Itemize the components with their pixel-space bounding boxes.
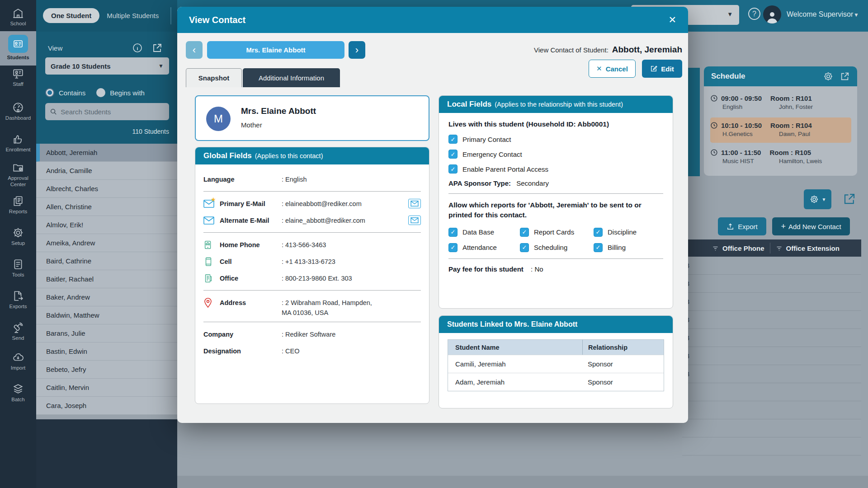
student-row[interactable]: Ameika, Andrew bbox=[36, 234, 177, 252]
cancel-button[interactable]: ✕ Cancel bbox=[589, 60, 636, 78]
student-row[interactable]: Allen, Christine bbox=[36, 198, 177, 216]
schedule-row[interactable]: 11:00 - 11:50Room : R105 Music HISTHamil… bbox=[710, 149, 851, 164]
begins-with-label: Begins with bbox=[110, 89, 145, 97]
sidebar-item-exports[interactable]: Exports bbox=[0, 290, 36, 310]
help-icon[interactable]: ? bbox=[748, 8, 760, 20]
setup-gear-icon bbox=[12, 227, 24, 239]
export-icon bbox=[726, 223, 734, 230]
sidebar-item-enrollment[interactable]: Enrollment bbox=[0, 133, 36, 153]
sidebar-item-dashboard[interactable]: Dashboard bbox=[0, 102, 36, 122]
student-row-selected[interactable]: Abbott, Jeremiah bbox=[36, 144, 177, 162]
primary-contact-checkbox-row[interactable]: Primary Contact bbox=[448, 135, 663, 144]
person-icon bbox=[765, 10, 779, 23]
alternate-email-icon bbox=[203, 216, 214, 225]
begins-with-radio[interactable] bbox=[96, 88, 105, 97]
send-email-button[interactable] bbox=[408, 199, 421, 208]
student-row[interactable]: Baitler, Rachael bbox=[36, 270, 177, 288]
student-row[interactable]: Bastin, Edwin bbox=[36, 343, 177, 361]
student-row[interactable]: Cara, Joseph bbox=[36, 397, 177, 415]
sidebar-item-setup[interactable]: Setup bbox=[0, 227, 36, 247]
welcome-caret-icon[interactable]: ▼ bbox=[854, 12, 859, 18]
student-row[interactable]: Albrecht, Charles bbox=[36, 180, 177, 198]
tab-additional-information[interactable]: Additional Information bbox=[243, 68, 340, 87]
tools-icon bbox=[12, 258, 24, 270]
checkbox-checked-icon[interactable] bbox=[448, 243, 458, 252]
checkbox-checked-icon[interactable] bbox=[448, 135, 458, 144]
schedule-row[interactable]: 09:00 - 09:50Room : R101 EnglishJohn, Fo… bbox=[710, 94, 851, 110]
student-count: 110 Students bbox=[45, 128, 169, 135]
sidebar-item-approval-center[interactable]: Approval Center bbox=[0, 162, 36, 188]
sidebar-item-batch[interactable]: Batch bbox=[0, 383, 36, 403]
checkbox-checked-icon[interactable] bbox=[448, 228, 458, 237]
student-row[interactable]: Almlov, Erik! bbox=[36, 216, 177, 234]
close-icon[interactable]: ✕ bbox=[668, 14, 676, 25]
user-avatar[interactable] bbox=[763, 5, 781, 23]
external-link-icon[interactable] bbox=[152, 42, 163, 53]
student-search bbox=[45, 103, 169, 120]
student-row[interactable]: Baird, Cathrine bbox=[36, 252, 177, 270]
student-row[interactable]: Bebeto, Jefry bbox=[36, 361, 177, 379]
office-extension-column-header[interactable]: Office Extension bbox=[776, 244, 840, 252]
checkbox-checked-icon[interactable] bbox=[448, 164, 458, 174]
send-email-button[interactable] bbox=[408, 216, 421, 225]
sidebar-item-import[interactable]: Import bbox=[0, 352, 36, 371]
view-select[interactable]: Grade 10 Students ▼ bbox=[45, 57, 169, 75]
contacts-external-link-icon[interactable] bbox=[843, 192, 856, 206]
attendance-checkbox-row[interactable]: Attendance bbox=[448, 243, 520, 252]
search-input[interactable] bbox=[61, 108, 165, 116]
student-row[interactable]: Caitlin, Mervin bbox=[36, 379, 177, 397]
schedule-gear-icon[interactable] bbox=[823, 71, 834, 82]
checkbox-checked-icon[interactable] bbox=[520, 243, 529, 252]
student-list: Abbott, Jeremiah Andria, Camille Albrech… bbox=[36, 144, 177, 415]
schedule-external-link-icon[interactable] bbox=[840, 71, 850, 81]
schedule-row-current[interactable]: 10:10 - 10:50Room : R104 H.GeneticsDawn,… bbox=[710, 122, 851, 137]
data-base-checkbox-row[interactable]: Data Base bbox=[448, 228, 520, 237]
export-button[interactable]: Export bbox=[718, 217, 766, 235]
cell-phone-icon bbox=[203, 257, 213, 267]
sidebar-item-students[interactable]: Students bbox=[0, 31, 36, 66]
sidebar-item-reports[interactable]: Reports bbox=[0, 195, 36, 215]
tab-snapshot[interactable]: Snapshot bbox=[186, 68, 242, 87]
add-new-contact-button[interactable]: + Add New Contact bbox=[772, 217, 850, 235]
student-row[interactable]: Baker, Andrew bbox=[36, 288, 177, 306]
modal-header: View Contact ✕ bbox=[177, 7, 688, 33]
students-linked-panel: Students Linked to Mrs. Elaine Abbott St… bbox=[439, 315, 673, 408]
next-contact-button[interactable]: › bbox=[349, 41, 365, 59]
sidebar-item-school[interactable]: School bbox=[0, 7, 36, 27]
student-row[interactable]: Barans, Julie bbox=[36, 324, 177, 343]
sidebar-item-send[interactable]: Send bbox=[0, 322, 36, 342]
one-student-toggle[interactable]: One Student bbox=[43, 8, 99, 23]
student-row[interactable]: Andria, Camille bbox=[36, 162, 177, 180]
info-icon[interactable] bbox=[132, 42, 143, 53]
bottom-strip bbox=[177, 476, 868, 488]
report-cards-checkbox-row[interactable]: Report Cards bbox=[520, 228, 594, 237]
enrollment-icon bbox=[12, 133, 24, 145]
checkbox-checked-icon[interactable] bbox=[448, 150, 458, 159]
table-settings-button[interactable]: ▼ bbox=[804, 189, 831, 209]
billing-checkbox-row[interactable]: Billing bbox=[594, 243, 663, 252]
relationship-column-header[interactable]: Relationship bbox=[582, 340, 664, 355]
previous-contact-button[interactable]: ‹ bbox=[186, 41, 203, 59]
sidebar-item-staff[interactable]: Staff bbox=[0, 68, 36, 88]
field-designation: Designation : CEO bbox=[203, 343, 421, 359]
linked-student-row[interactable]: Camili, Jeremiah Sponsor bbox=[448, 355, 664, 373]
contains-radio[interactable] bbox=[45, 88, 54, 97]
discipline-checkbox-row[interactable]: Discipline bbox=[594, 228, 663, 237]
emergency-contact-checkbox-row[interactable]: Emergency Contact bbox=[448, 150, 663, 159]
student-row[interactable]: Baldwin, Matthew bbox=[36, 306, 177, 324]
multiple-students-toggle[interactable]: Multiple Students bbox=[100, 8, 165, 23]
student-name-column-header[interactable]: Student Name bbox=[448, 344, 582, 351]
view-select-value: Grade 10 Students bbox=[51, 62, 111, 70]
checkbox-checked-icon[interactable] bbox=[520, 228, 529, 237]
welcome-text[interactable]: Welcome Supervisor bbox=[787, 10, 853, 19]
sidebar-item-tools[interactable]: Tools bbox=[0, 258, 36, 278]
contact-name-button[interactable]: Mrs. Elaine Abbott bbox=[207, 41, 344, 59]
parent-portal-checkbox-row[interactable]: Enable Parent Portal Access bbox=[448, 164, 663, 174]
office-phone-column-header[interactable]: Office Phone bbox=[712, 244, 764, 252]
scheduling-checkbox-row[interactable]: Scheduling bbox=[520, 243, 594, 252]
checkbox-checked-icon[interactable] bbox=[594, 243, 603, 252]
edit-button[interactable]: Edit bbox=[642, 60, 682, 78]
checkbox-checked-icon[interactable] bbox=[594, 228, 603, 237]
linked-student-row[interactable]: Adam, Jeremiah Sponsor bbox=[448, 373, 664, 391]
send-satellite-icon bbox=[12, 322, 24, 333]
